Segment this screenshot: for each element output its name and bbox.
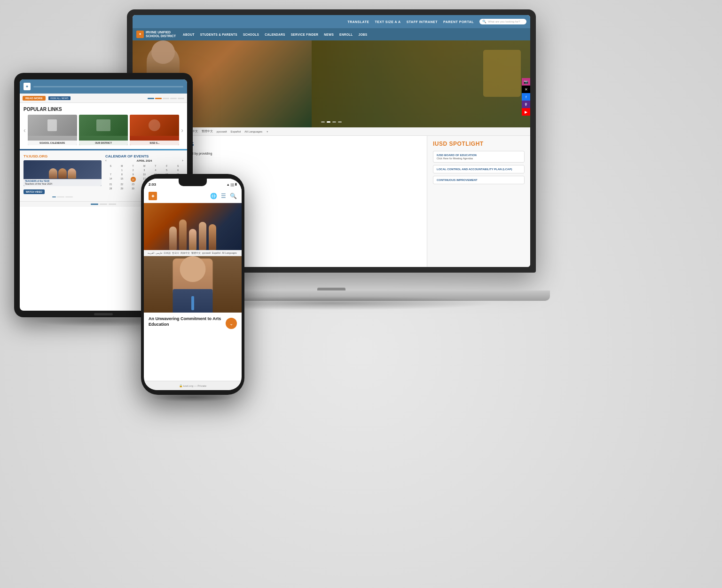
lang-traditional-chinese[interactable]: 繁體中文	[202, 129, 213, 133]
nav-news[interactable]: NEWS	[322, 33, 336, 36]
nav-schools[interactable]: SCHOOLS	[241, 33, 261, 36]
dot-1[interactable]	[321, 121, 325, 123]
tv-thumbnail[interactable]: TEACHERS of the YEAR Teachers of the Yea…	[24, 160, 102, 186]
text-size-link[interactable]: TEXT SIZE A A	[375, 20, 401, 24]
parent-portal-link[interactable]: PARENT PORTAL	[443, 20, 474, 24]
url-text: 🔒 iusd.org — Private	[179, 384, 206, 387]
nav-service-finder[interactable]: SERVICE FINDER	[289, 33, 321, 36]
phone-article-content: An Unwavering Commitment to Arts Educati…	[144, 313, 242, 333]
search-placeholder: What are you looking for?	[488, 20, 520, 23]
read-more-button[interactable]: READ MORE	[23, 96, 46, 101]
spotlight-card-improvement[interactable]: CONTINUOUS IMPROVEMENT	[433, 176, 525, 184]
phone-notch	[179, 179, 207, 186]
phone-lang-korean[interactable]: 한국어	[172, 251, 179, 254]
phone-lang-simp-chinese[interactable]: 简体中文	[180, 251, 190, 254]
phone-lang-farsi[interactable]: فارسی	[156, 251, 162, 254]
carousel-dot-1[interactable]	[148, 98, 154, 99]
prev-arrow[interactable]: ‹	[24, 126, 26, 134]
hero-carousel-dots	[321, 121, 342, 123]
globe-icon[interactable]: 🌐	[210, 193, 217, 199]
phone-portrait-photo	[144, 256, 242, 313]
carousel-dot-2[interactable]	[155, 98, 162, 99]
lang-all[interactable]: All Languages	[244, 130, 262, 133]
bottom-dot-2[interactable]	[100, 204, 107, 205]
youtube-icon[interactable]: ▶	[522, 108, 530, 116]
logo-text: IRVINE UNIFIED SCHOOL DISTRICT	[146, 31, 176, 38]
prev-month-button[interactable]: ‹	[105, 158, 107, 163]
tv-org-label: TV.IUSD.ORG	[24, 154, 102, 158]
watch-video-button[interactable]: WATCH VIDEO	[24, 189, 45, 194]
social-sidebar: 📷 ✕ f 🎙 ▶	[522, 78, 530, 116]
podcast-icon[interactable]: 🎙	[522, 101, 530, 108]
next-month-button[interactable]: ›	[182, 158, 183, 163]
staff-intranet-link[interactable]: STAFF INTRANET	[407, 20, 438, 24]
nav-jobs[interactable]: JOBS	[356, 33, 370, 36]
laptop-navbar: ✦ IRVINE UNIFIED SCHOOL DISTRICT ABOUT S…	[133, 28, 530, 40]
carousel-dot-4[interactable]	[170, 98, 177, 99]
lang-russian[interactable]: русский	[217, 130, 227, 133]
dot-3[interactable]	[332, 121, 336, 123]
phone-lang-all[interactable]: All Languages	[222, 251, 237, 254]
phone-article-title: An Unwavering Commitment to Arts Educati…	[149, 316, 237, 327]
phone-lang-trad-chinese[interactable]: 繁體中文	[191, 251, 201, 254]
nav-enroll[interactable]: ENROLL	[337, 33, 355, 36]
phone-lang-russian[interactable]: русский	[202, 251, 211, 254]
instagram-icon[interactable]: 📷	[522, 78, 530, 86]
signal-icon: ||||	[231, 183, 234, 186]
phone-language-bar: العربية فارسی 日本語 한국어 简体中文 繁體中文 русский …	[144, 250, 242, 256]
site-logo[interactable]: ✦ IRVINE UNIFIED SCHOOL DISTRICT	[136, 31, 176, 38]
expand-button[interactable]: ⌄	[226, 318, 237, 329]
link-card-calendars[interactable]: SCHOOL CALENDARS	[28, 115, 77, 145]
dot-4[interactable]	[338, 121, 342, 123]
menu-icon[interactable]: ☰	[221, 193, 226, 199]
calendar-month: APRIL 2024	[137, 159, 152, 162]
carousel-dot-3[interactable]	[163, 98, 169, 99]
phone-navbar: ✦ 🌐 ☰ 🔍	[144, 189, 242, 203]
phone-search-icon[interactable]: 🔍	[230, 193, 237, 199]
nav-students-parents[interactable]: STUDENTS & PARENTS	[198, 33, 240, 36]
cal-day-t2: T	[150, 164, 161, 168]
phone-status-icons: ▲ |||| ▮	[227, 182, 237, 186]
carousel-dot-5[interactable]	[178, 98, 184, 99]
cal-day-s1: S	[105, 164, 116, 168]
phone-body: 2:03 ▲ |||| ▮ ✦ 🌐 ☰ 🔍	[141, 174, 244, 395]
bottom-dot-3[interactable]	[109, 204, 116, 205]
cal-day-m: M	[117, 164, 127, 168]
bottom-dot-1[interactable]	[91, 204, 98, 205]
spotlight-card-board[interactable]: IUSD BOARD OF EDUCATION Click Here for M…	[433, 151, 525, 163]
phone-screen: 2:03 ▲ |||| ▮ ✦ 🌐 ☰ 🔍	[144, 179, 242, 390]
carousel-dots	[148, 98, 184, 99]
twitter-icon[interactable]: ✕	[522, 86, 530, 93]
calendar-nav: ‹ APRIL 2024 ›	[105, 158, 183, 163]
phone-lang-arabic[interactable]: العربية	[148, 251, 154, 254]
phone-logo[interactable]: ✦	[149, 192, 157, 200]
nav-about[interactable]: ABOUT	[180, 33, 197, 36]
dot-2[interactable]	[327, 121, 330, 123]
calendar-today[interactable]: 16	[131, 177, 136, 182]
link-card-district[interactable]: OUR DISTRICT	[79, 115, 128, 145]
tablet-logo[interactable]: ✦	[24, 83, 31, 90]
lang-spanish[interactable]: Español	[231, 130, 241, 133]
iusd-spotlight-section: IUSD SPOTLIGHT IUSD BOARD OF EDUCATION C…	[427, 136, 530, 267]
tv-video-label: TEACHERS of the YEAR Teachers of the Yea…	[24, 179, 102, 186]
cal-day-f: F	[161, 164, 172, 168]
translate-link[interactable]: TRANSLATE	[347, 20, 369, 24]
nav-calendars[interactable]: CALENDARS	[262, 33, 288, 36]
phone-lang-japanese[interactable]: 日本語	[164, 251, 171, 254]
view-all-news-link[interactable]: VIEW ALL NEWS	[48, 96, 71, 100]
popular-links-section: POPULAR LINKS ‹ SCHOOL CALENDARS OUR DIS…	[20, 103, 187, 149]
cal-day-s2: S	[173, 164, 183, 168]
spotlight-card-lcap[interactable]: LOCAL CONTROL AND ACCOUNTABILITY PLAN (L…	[433, 165, 525, 173]
spotlight-title: IUSD SPOTLIGHT	[433, 141, 525, 147]
next-arrow[interactable]: ›	[181, 126, 183, 134]
facebook-icon[interactable]: f	[522, 93, 530, 101]
tablet-header: ✦	[20, 79, 187, 94]
tv-section: TV.IUSD.ORG TEACHERS of the YEAR	[24, 154, 102, 197]
tablet-home-button[interactable]	[94, 313, 113, 315]
phone-lang-spanish[interactable]: Español	[212, 251, 220, 254]
laptop-topbar: TRANSLATE TEXT SIZE A A STAFF INTRANET P…	[133, 15, 530, 28]
link-card-iusd[interactable]: IUSD S...	[130, 115, 179, 145]
battery-icon: ▮	[235, 182, 237, 186]
svg-text:✦: ✦	[151, 194, 155, 199]
search-box[interactable]: 🔍 What are you looking for?	[479, 19, 526, 24]
